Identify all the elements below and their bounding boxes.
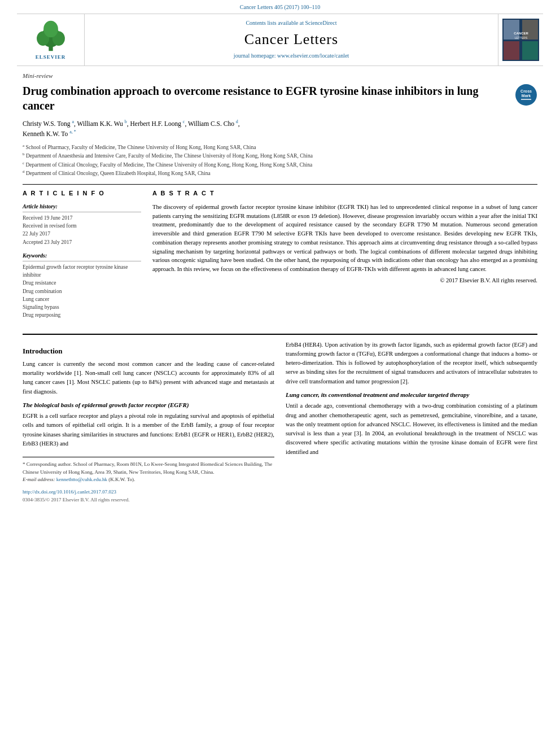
abstract-header: A B S T R A C T <box>152 189 537 198</box>
revised-date: 22 July 2017 <box>23 231 50 237</box>
footnote-section: * Corresponding author. School of Pharma… <box>23 457 274 484</box>
article-info-column: A R T I C L E I N F O Article history: R… <box>23 189 141 325</box>
article-info-header: A R T I C L E I N F O <box>23 189 141 198</box>
authors-line: Christy W.S. Tong a, William K.K. Wu b, … <box>23 119 537 139</box>
journal-center-header: Contents lists available at ScienceDirec… <box>85 14 498 65</box>
cancer-letters-badge: CANCER LETTERS <box>502 19 539 61</box>
keywords-list: Epidermal growth factor receptor tyrosin… <box>23 263 141 320</box>
received-date: Received 19 June 2017 <box>23 215 72 221</box>
footnote-corresponding: * Corresponding author. School of Pharma… <box>23 461 274 476</box>
email-note: (K.K.W. To). <box>108 477 135 482</box>
cancer-letters-badge-container: CANCER LETTERS <box>498 14 543 65</box>
svg-text:LETTERS: LETTERS <box>515 36 528 40</box>
affiliations-section: a School of Pharmacy, Faculty of Medicin… <box>23 143 537 178</box>
svg-rect-9 <box>504 41 519 60</box>
sciencedirect-link[interactable]: ScienceDirect <box>305 20 336 26</box>
doi-link[interactable]: http://dx.doi.org/10.1016/j.canlet.2017.… <box>23 489 116 495</box>
page: Cancer Letters 405 (2017) 100–110 ELSEVI… <box>0 0 560 747</box>
affiliation-a: School of Pharmacy, Faculty of Medicine,… <box>25 145 256 150</box>
egfr-biology-title: The biological basis of epidermal growth… <box>23 401 274 409</box>
badge-image: CANCER LETTERS <box>502 19 539 61</box>
affiliation-b: Department of Anaesthesia and Intensive … <box>26 153 313 159</box>
lung-cancer-treatment-title: Lung cancer, its conventional treatment … <box>286 391 537 399</box>
svg-point-4 <box>43 21 58 38</box>
svg-text:CANCER: CANCER <box>514 32 528 35</box>
elsevier-brand-text: ELSEVIER <box>36 54 66 61</box>
erbb4-text: ErbB4 (HER4). Upon activation by its gro… <box>286 340 537 386</box>
issn-section: 0304-3835/© 2017 Elsevier B.V. All right… <box>23 496 274 504</box>
journal-reference-bar: Cancer Letters 405 (2017) 100–110 <box>0 0 560 14</box>
affiliation-d: Department of Clinical Oncology, Queen E… <box>26 171 211 176</box>
elsevier-tree-icon <box>28 19 73 53</box>
footnote-email: E-mail address: kennethtto@cuhk.edu.hk (… <box>23 476 274 484</box>
egfr-biology-text: EGFR is a cell surface receptor and play… <box>23 412 274 448</box>
svg-text:Mark: Mark <box>522 94 531 98</box>
journal-title: Cancer Letters <box>244 29 338 50</box>
accepted-date: Accepted 23 July 2017 <box>23 239 72 245</box>
introduction-title: Introduction <box>23 346 274 356</box>
svg-rect-10 <box>522 41 538 60</box>
elsevier-logo: ELSEVIER <box>28 19 73 61</box>
crossmark-icon: Cross Mark <box>515 84 537 106</box>
copyright-text: © 2017 Elsevier B.V. All rights reserved… <box>152 276 537 285</box>
contents-available-line: Contents lists available at ScienceDirec… <box>246 19 336 27</box>
homepage-line: journal homepage: www.elsevier.com/locat… <box>234 52 349 60</box>
article-history-title: Article history: <box>23 203 141 212</box>
article-history-content: Received 19 June 2017 Received in revise… <box>23 214 141 246</box>
keywords-title: Keywords: <box>23 252 141 261</box>
body-content: Introduction Lung cancer is currently th… <box>23 340 537 504</box>
journal-ref-text: Cancer Letters 405 (2017) 100–110 <box>240 4 320 10</box>
article-type-label: Mini-review <box>23 72 537 80</box>
doi-section: http://dx.doi.org/10.1016/j.canlet.2017.… <box>23 488 274 496</box>
email-link[interactable]: kennethtto@cuhk.edu.hk <box>56 477 107 482</box>
crossmark-container: Cross Mark <box>515 84 537 106</box>
article-title-text: Drug combination approach to overcome re… <box>23 84 515 113</box>
body-divider <box>23 334 537 335</box>
svg-text:Cross: Cross <box>520 89 532 93</box>
abstract-column: A B S T R A C T The discovery of epiderm… <box>152 189 537 325</box>
body-left-column: Introduction Lung cancer is currently th… <box>23 340 274 504</box>
header-divider <box>23 184 537 185</box>
conventional-treatment-text: Until a decade ago, conventional chemoth… <box>286 401 537 457</box>
abstract-text: The discovery of epidermal growth factor… <box>152 203 537 285</box>
article-title-section: Drug combination approach to overcome re… <box>23 84 537 113</box>
homepage-link[interactable]: www.elsevier.com/locate/canlet <box>277 53 349 59</box>
elsevier-logo-container: ELSEVIER <box>17 14 85 65</box>
intro-paragraph: Lung cancer is currently the second most… <box>23 360 274 396</box>
info-abstract-section: A R T I C L E I N F O Article history: R… <box>23 189 537 325</box>
article-content: Mini-review Drug combination approach to… <box>0 66 560 509</box>
journal-header: ELSEVIER Contents lists available at Sci… <box>17 14 543 66</box>
body-right-column: ErbB4 (HER4). Upon activation by its gro… <box>286 340 537 504</box>
revised-label: Received in revised form <box>23 223 77 229</box>
crossmark-badge: Cross Mark <box>515 84 537 106</box>
affiliation-c: Department of Clinical Oncology, Faculty… <box>25 162 312 168</box>
